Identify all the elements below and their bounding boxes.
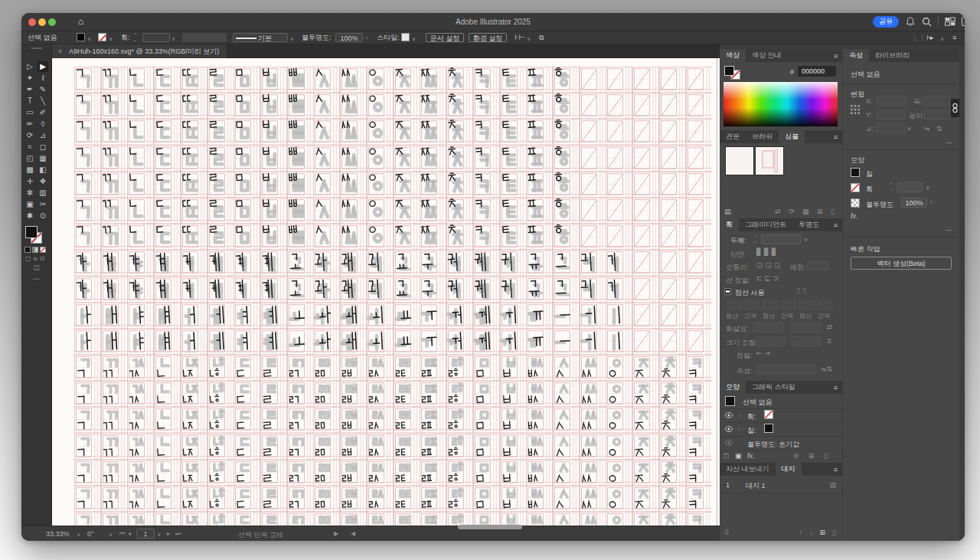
glyph-cell[interactable]	[500, 250, 527, 276]
last-artboard-icon[interactable]: ⏭	[175, 530, 181, 538]
glyph-cell[interactable]	[74, 329, 101, 355]
glyph-cell[interactable]	[154, 460, 181, 486]
preferences-button[interactable]: 환경 설정	[469, 33, 507, 42]
blend-tool[interactable]: ❖	[38, 176, 48, 187]
glyph-cell[interactable]	[420, 407, 446, 433]
fill-swatch[interactable]	[77, 33, 85, 41]
glyph-cell[interactable]	[606, 460, 632, 486]
glyph-cell[interactable]	[340, 303, 367, 329]
tab-swatches[interactable]: 견본	[720, 130, 746, 143]
glyph-cell[interactable]	[207, 93, 234, 119]
stroke-stepper[interactable]: ⌃⌄	[133, 33, 141, 42]
glyph-cell[interactable]	[207, 146, 234, 172]
glyph-cell[interactable]	[394, 67, 420, 93]
glyph-cell[interactable]	[420, 303, 446, 329]
glyph-cell[interactable]	[367, 486, 394, 512]
dash-field-6[interactable]	[818, 300, 833, 309]
duplicate-item-icon[interactable]: ⊞	[808, 452, 815, 460]
glyph-cell[interactable]	[154, 250, 181, 276]
glyph-cell[interactable]	[686, 329, 713, 355]
glyph-cell[interactable]	[394, 460, 420, 486]
slice-tool[interactable]: ✂	[38, 199, 48, 210]
glyph-cell[interactable]	[207, 329, 234, 355]
glyph-cell[interactable]	[260, 512, 287, 526]
glyph-cell[interactable]	[287, 329, 314, 355]
glyph-cell[interactable]	[234, 329, 260, 355]
glyph-cell[interactable]	[580, 67, 606, 93]
glyph-cell[interactable]	[686, 119, 713, 145]
glyph-cell[interactable]	[659, 277, 686, 303]
glyph-cell[interactable]	[686, 407, 713, 433]
glyph-cell[interactable]	[154, 303, 181, 329]
glyph-cell[interactable]	[606, 198, 632, 224]
clear-appearance-icon[interactable]: ⊘	[793, 452, 799, 460]
glyph-cell[interactable]	[287, 486, 314, 512]
glyph-cell[interactable]	[367, 198, 394, 224]
glyph-cell[interactable]	[313, 329, 340, 355]
glyph-cell[interactable]	[154, 119, 181, 145]
glyph-cell[interactable]	[313, 303, 340, 329]
glyph-cell[interactable]	[127, 407, 154, 433]
reference-point-icon[interactable]	[851, 105, 860, 114]
glyph-cell[interactable]	[287, 355, 314, 381]
glyph-cell[interactable]	[207, 250, 234, 276]
artboard-caret[interactable]: ∨	[157, 532, 161, 538]
glyph-cell[interactable]	[260, 381, 287, 407]
screen-mode-icon[interactable]: ◫	[21, 264, 51, 271]
glyph-cell[interactable]	[101, 146, 128, 172]
glyph-cell[interactable]	[181, 224, 207, 250]
glyph-cell[interactable]	[367, 329, 394, 355]
glyph-cell[interactable]	[686, 512, 713, 526]
glyph-cell[interactable]	[154, 434, 181, 460]
glyph-cell[interactable]	[260, 355, 287, 381]
style-swatch[interactable]	[401, 33, 410, 41]
color-mode-solid[interactable]	[24, 247, 31, 253]
glyph-cell[interactable]	[500, 407, 527, 433]
brush-definition-field[interactable]	[182, 33, 227, 42]
glyph-cell[interactable]	[632, 67, 659, 93]
glyph-cell[interactable]	[580, 303, 606, 329]
glyph-cell[interactable]	[313, 277, 340, 303]
glyph-cell[interactable]	[473, 119, 500, 145]
glyph-cell[interactable]	[526, 277, 553, 303]
y-field[interactable]	[877, 110, 906, 120]
glyph-cell[interactable]	[659, 434, 686, 460]
glyph-cell[interactable]	[526, 172, 553, 198]
glyph-cell[interactable]	[74, 486, 101, 512]
glyph-cell[interactable]	[207, 381, 234, 407]
glyph-cell[interactable]	[367, 93, 394, 119]
tab-properties[interactable]: 속성	[843, 49, 869, 62]
glyph-cell[interactable]	[234, 250, 260, 276]
toolbar-drag-handle[interactable]	[31, 47, 42, 49]
glyph-cell[interactable]	[500, 512, 527, 526]
glyph-cell[interactable]	[260, 224, 287, 250]
tab-symbols[interactable]: 심볼	[779, 130, 805, 143]
glyph-cell[interactable]	[154, 486, 181, 512]
glyph-cell[interactable]	[473, 277, 500, 303]
document-tab[interactable]: × A9Huh-160x160.svg* @ 33.33%(RGB/미리 보기)	[52, 44, 227, 58]
glyph-cell[interactable]	[260, 250, 287, 276]
glyph-cell[interactable]	[313, 224, 340, 250]
glyph-cell[interactable]	[446, 407, 473, 433]
glyph-cell[interactable]	[287, 224, 314, 250]
document-setup-button[interactable]: 문서 설정	[426, 33, 464, 42]
selection-tool[interactable]: ▷	[24, 61, 35, 72]
glyph-cell[interactable]	[367, 146, 394, 172]
first-artboard-icon[interactable]: ⏮	[119, 530, 125, 538]
glyph-cell[interactable]	[340, 277, 367, 303]
glyph-cell[interactable]	[394, 198, 420, 224]
glyph-cell[interactable]	[580, 434, 606, 460]
glyph-cell[interactable]	[659, 119, 686, 145]
glyph-cell[interactable]	[127, 198, 154, 224]
glyph-cell[interactable]	[101, 172, 128, 198]
isolate-icon[interactable]: ⊦⊢	[514, 33, 525, 42]
symbols-actions[interactable]: ⇄ ⟳ ▦ ⊞ ▯	[775, 208, 838, 215]
glyph-cell[interactable]	[181, 512, 207, 526]
symbol-sprayer-tool[interactable]: ✻	[24, 188, 35, 198]
glyph-cell[interactable]	[394, 381, 420, 407]
symbol-thumbnail[interactable]	[755, 146, 784, 175]
glyph-cell[interactable]	[473, 172, 500, 198]
glyph-cell[interactable]	[287, 198, 314, 224]
glyph-cell[interactable]	[686, 486, 713, 512]
glyph-cell[interactable]	[367, 250, 394, 276]
